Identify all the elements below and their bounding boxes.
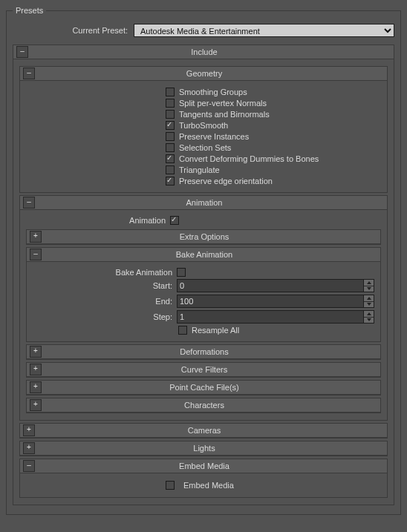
current-preset-row: Current Preset: Autodesk Media & Enterta… bbox=[13, 24, 394, 37]
label-preserve-edge-orientation: Preserve edge orientation bbox=[179, 177, 273, 185]
spinner-down-icon[interactable] bbox=[364, 302, 374, 308]
rollup-geometry-title: Geometry bbox=[38, 69, 387, 78]
rollup-lights-head[interactable]: + Lights bbox=[20, 441, 387, 456]
rollup-include-title: Include bbox=[31, 47, 394, 56]
rollup-bake-animation-title: Bake Animation bbox=[45, 250, 380, 259]
checkbox-tangents-binormals[interactable] bbox=[166, 110, 175, 119]
bake-start-spinner bbox=[364, 279, 374, 292]
rollup-embed-media-head[interactable]: – Embed Media bbox=[20, 459, 387, 473]
rollup-lights-title: Lights bbox=[38, 444, 387, 453]
bake-step-label: Step: bbox=[31, 312, 177, 321]
checkbox-embed-media[interactable] bbox=[166, 481, 175, 490]
bake-start-spinner-wrap bbox=[177, 279, 374, 292]
rollup-characters-head[interactable]: + Characters bbox=[27, 398, 380, 413]
toggle-include[interactable]: – bbox=[16, 46, 28, 58]
rollup-point-cache-title: Point Cache File(s) bbox=[45, 383, 380, 392]
rollup-cameras-head[interactable]: + Cameras bbox=[20, 424, 387, 438]
label-tangents-binormals: Tangents and Birnormals bbox=[179, 110, 270, 119]
rollup-extra-options-title: Extra Options bbox=[45, 232, 380, 241]
bake-animation-enable-row: Bake Animation bbox=[31, 268, 376, 277]
toggle-cameras[interactable]: + bbox=[23, 424, 35, 436]
label-resample-all: Resample All bbox=[192, 326, 239, 335]
spinner-down-icon[interactable] bbox=[364, 318, 374, 324]
rollup-geometry-head[interactable]: – Geometry bbox=[20, 67, 387, 81]
rollup-geometry: – Geometry Smoothing Groups Split per-ve… bbox=[19, 66, 388, 193]
rollup-extra-options: + Extra Options bbox=[26, 229, 381, 245]
rollup-deformations-title: Deformations bbox=[45, 347, 380, 356]
rollup-point-cache-head[interactable]: + Point Cache File(s) bbox=[27, 381, 380, 395]
checkbox-animation-enable[interactable] bbox=[170, 216, 179, 225]
toggle-lights[interactable]: + bbox=[23, 442, 35, 454]
spinner-up-icon[interactable] bbox=[364, 280, 374, 286]
checkbox-preserve-edge-orientation[interactable] bbox=[166, 177, 175, 185]
checkbox-split-per-vertex-normals[interactable] bbox=[166, 99, 175, 108]
toggle-animation[interactable]: – bbox=[23, 197, 35, 208]
bake-end-row: End: bbox=[31, 295, 376, 308]
toggle-embed-media[interactable]: – bbox=[23, 460, 35, 472]
embed-media-option-row: Embed Media bbox=[25, 481, 382, 490]
rollup-animation-head[interactable]: – Animation bbox=[20, 196, 387, 210]
bake-end-input[interactable] bbox=[177, 295, 364, 308]
geometry-option-row: TurboSmooth bbox=[25, 121, 382, 130]
checkbox-selection-sets[interactable] bbox=[166, 143, 175, 152]
rollup-include: – Include – Geometry Smoothing Groups bbox=[13, 45, 394, 505]
toggle-geometry[interactable]: – bbox=[23, 68, 35, 79]
toggle-deformations[interactable]: + bbox=[30, 346, 42, 358]
rollup-include-head[interactable]: – Include bbox=[13, 45, 394, 59]
spinner-down-icon[interactable] bbox=[364, 286, 374, 292]
toggle-point-cache[interactable]: + bbox=[30, 381, 42, 393]
geometry-option-row: Split per-vertex Normals bbox=[25, 99, 382, 108]
geometry-option-row: Triangulate bbox=[25, 165, 382, 174]
checkbox-resample-all[interactable] bbox=[178, 326, 187, 335]
rollup-curve-filters-title: Curve Filters bbox=[45, 365, 380, 374]
animation-enable-row: Animation bbox=[25, 216, 382, 225]
checkbox-turbosmooth[interactable] bbox=[166, 121, 175, 130]
presets-group: Presets Current Preset: Autodesk Media &… bbox=[6, 6, 401, 515]
rollup-deformations-head[interactable]: + Deformations bbox=[27, 345, 380, 359]
rollup-lights: + Lights bbox=[19, 441, 388, 456]
checkbox-smoothing-groups[interactable] bbox=[166, 88, 175, 96]
geometry-option-row: Tangents and Birnormals bbox=[25, 110, 382, 119]
rollup-cameras: + Cameras bbox=[19, 423, 388, 439]
bake-step-spinner-wrap bbox=[177, 310, 374, 324]
checkbox-preserve-instances[interactable] bbox=[166, 132, 175, 141]
toggle-bake-animation[interactable]: – bbox=[30, 249, 42, 260]
label-smoothing-groups: Smoothing Groups bbox=[179, 88, 247, 96]
spinner-up-icon[interactable] bbox=[364, 295, 374, 302]
rollup-characters: + Characters bbox=[26, 398, 381, 413]
toggle-curve-filters[interactable]: + bbox=[30, 364, 42, 375]
resample-row: Resample All bbox=[31, 326, 376, 335]
bake-end-spinner-wrap bbox=[177, 295, 374, 308]
checkbox-convert-deforming-dummies[interactable] bbox=[166, 154, 175, 163]
geometry-option-row: Preserve edge orientation bbox=[25, 177, 382, 185]
bake-start-input[interactable] bbox=[177, 279, 364, 292]
current-preset-select[interactable]: Autodesk Media & Entertainment bbox=[134, 24, 394, 37]
checkbox-bake-animation[interactable] bbox=[177, 268, 186, 277]
rollup-bake-animation-head[interactable]: – Bake Animation bbox=[27, 248, 380, 262]
geometry-option-row: Preserve Instances bbox=[25, 132, 382, 141]
geometry-option-row: Smoothing Groups bbox=[25, 88, 382, 96]
rollup-curve-filters-head[interactable]: + Curve Filters bbox=[27, 363, 380, 377]
label-preserve-instances: Preserve Instances bbox=[179, 132, 249, 141]
bake-start-row: Start: bbox=[31, 279, 376, 292]
label-selection-sets: Selection Sets bbox=[179, 143, 231, 152]
bake-start-label: Start: bbox=[31, 281, 177, 290]
toggle-extra-options[interactable]: + bbox=[30, 231, 42, 243]
bake-step-input[interactable] bbox=[177, 310, 364, 324]
rollup-point-cache: + Point Cache File(s) bbox=[26, 380, 381, 395]
rollup-animation: – Animation Animation + Extra Option bbox=[19, 195, 388, 421]
toggle-characters[interactable]: + bbox=[30, 399, 42, 411]
rollup-embed-media: – Embed Media Embed Media bbox=[19, 459, 388, 498]
rollup-cameras-title: Cameras bbox=[38, 426, 387, 435]
rollup-characters-title: Characters bbox=[45, 401, 380, 410]
current-preset-label: Current Preset: bbox=[13, 26, 134, 35]
label-convert-deforming-dummies: Convert Deforming Dummies to Bones bbox=[179, 154, 319, 163]
presets-legend: Presets bbox=[13, 6, 46, 15]
label-triangulate: Triangulate bbox=[179, 165, 220, 174]
checkbox-triangulate[interactable] bbox=[166, 165, 175, 174]
export-settings-panel: Presets Current Preset: Autodesk Media &… bbox=[0, 0, 407, 532]
rollup-extra-options-head[interactable]: + Extra Options bbox=[27, 230, 380, 244]
spinner-up-icon[interactable] bbox=[364, 311, 374, 318]
bake-animation-label: Bake Animation bbox=[31, 268, 177, 277]
bake-end-spinner bbox=[364, 295, 374, 308]
